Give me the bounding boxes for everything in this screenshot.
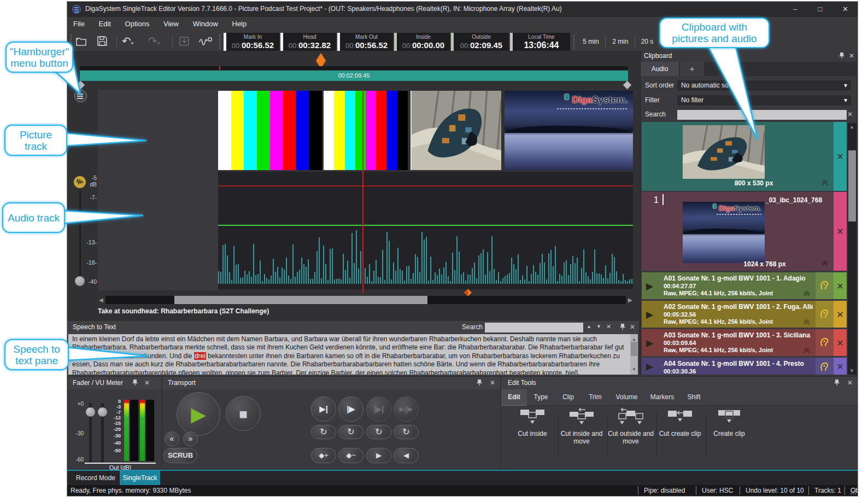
horizontal-scrollbar[interactable] [105,296,626,304]
tab-singletrack[interactable]: SingleTrack [120,471,160,485]
toolbar-drag-handle[interactable] [573,34,574,49]
collapse-item-icon[interactable] [803,319,811,325]
play-from-mark-button[interactable]: |▶ [338,396,363,422]
close-button[interactable]: ✕ [833,2,858,17]
play-item-button[interactable]: ▶ [642,329,660,356]
play-button[interactable]: ▶ [177,392,220,436]
menu-file[interactable]: File [67,17,91,31]
search-next-icon[interactable]: ▼ [596,324,601,329]
remove-item-button[interactable]: ✕ [834,226,847,237]
zoom-2min-button[interactable]: 2 min [607,34,634,49]
play-item-button[interactable]: ▶ [642,301,660,328]
scroll-left-arrow[interactable]: ◀ [99,297,103,303]
overview-range-bar[interactable]: 00:02:09.45 [80,71,628,81]
prelisten-button[interactable] [816,329,834,356]
skip-back-button[interactable]: « [165,431,179,446]
undo-button[interactable]: ↶▾ [122,34,138,49]
tab-markers[interactable]: Markers [644,389,680,405]
speech-search-input[interactable] [485,323,583,332]
timecode-head[interactable]: Head 00:00:32.82 [280,33,336,51]
horizontal-scrollbar-thumb[interactable] [174,296,427,304]
tab-type[interactable]: Type [527,389,555,405]
close-panel-icon[interactable]: ✕ [628,323,637,331]
play-item-button[interactable]: ▶ [642,272,660,299]
clipboard-item-audio[interactable]: ▶ A03 Sonate Nr. 1 g-moll BWV 1001 - 3. … [642,329,847,356]
import-to-clipboard-button[interactable] [178,34,194,49]
prelisten-button[interactable] [816,301,834,328]
collapse-item-icon[interactable] [821,260,829,266]
tab-edit[interactable]: Edit [501,389,527,406]
fader-knob-left[interactable] [86,407,95,417]
pin-icon[interactable] [837,52,846,61]
remove-item-button[interactable]: ✕ [834,310,847,320]
volume-envelope-line[interactable] [218,225,633,226]
play-around-mark-button[interactable]: ▶||▶ [394,396,419,422]
add-marker-button[interactable]: ◆+ [311,448,336,463]
play-item-button[interactable]: ▶ [642,358,660,375]
sort-order-dropdown[interactable]: No automatic sort▾ [677,80,851,91]
maximize-button[interactable]: □ [808,2,832,17]
tab-clip[interactable]: Clip [555,389,582,405]
timecode-outside[interactable]: Outside 00:02:09.45 [451,33,509,51]
minimize-button[interactable]: – [783,2,807,17]
timecode-local-time[interactable]: Local Time 13:06:44 [510,33,570,51]
redo-button[interactable]: ↷▾ [148,34,165,49]
play-to-mark-button[interactable]: ▶| [311,396,336,422]
edit-marker-diamond[interactable] [464,289,472,296]
close-panel-icon[interactable]: ✕ [846,379,854,387]
pin-icon[interactable] [832,379,841,388]
speech-text-area[interactable]: In einem kleinen Dorf da lebte einst ein… [68,334,638,375]
prelisten-button[interactable] [816,358,834,375]
play-over-mark-button[interactable]: |▶| [366,396,391,422]
collapse-item-icon[interactable] [803,290,811,297]
audio-settings-button[interactable] [198,34,215,49]
tool-cut-inside-and-move[interactable]: Cut inside and move [558,407,605,445]
tool-cut-inside[interactable]: Cut inside [509,407,556,437]
timecode-mark-in[interactable]: Mark In 00:00:56.52 [224,33,279,51]
tab-shift[interactable]: Shift [680,389,708,405]
picture-clip-colorbars-2[interactable] [324,91,408,170]
step-right-button[interactable]: ▶ [366,448,391,463]
filter-dropdown[interactable]: No filter▾ [677,95,851,106]
fader-knob-right[interactable] [98,407,107,417]
clipboard-scrollbar-thumb[interactable] [848,150,856,221]
loop-button[interactable]: ↻ [394,425,419,439]
clipboard-item-picture[interactable]: 800 x 530 px ✕ [642,122,847,191]
audio-waveform[interactable] [218,227,634,284]
remove-item-button[interactable]: ✕ [834,338,847,348]
prelisten-button[interactable] [816,272,834,299]
tool-cut-create-clip[interactable]: Cut create clip [656,407,703,437]
clipboard-item-audio[interactable]: ▶ A04 Sonate Nr. 1 g-moll BWV 1001 - 4. … [642,358,847,375]
stop-button[interactable]: ■ [226,396,261,431]
pin-icon[interactable] [131,379,139,388]
clipboard-item-picture[interactable]: 1 _03_ibc_1024_768 ▘DigaSystem. 1024 x 7… [642,192,847,271]
close-panel-icon[interactable]: ✕ [847,52,856,60]
clipboard-item-audio[interactable]: ▶ A01 Sonate Nr. 1 g-moll BWV 1001 - 1. … [642,272,847,299]
resize-grip[interactable] [850,488,857,495]
scroll-up-arrow[interactable]: ▲ [849,124,854,130]
tool-create-clip[interactable]: Create clip [706,407,753,437]
menu-edit[interactable]: Edit [93,17,117,31]
collapse-item-icon[interactable] [821,179,829,186]
clipboard-tab-audio[interactable]: Audio [641,62,679,76]
search-clear-icon[interactable]: ✕ [847,110,853,118]
pin-icon[interactable] [618,323,627,332]
tab-record-mode[interactable]: Record Mode [72,471,120,485]
collapse-item-icon[interactable] [803,347,811,354]
toolbar-drag-handle[interactable] [219,34,220,49]
remove-item-button[interactable]: ✕ [834,151,847,162]
tab-trim[interactable]: Trim [582,389,609,405]
speech-scrollbar[interactable]: ▲ ▼ [630,334,638,375]
search-clear-icon[interactable]: ✕ [606,323,611,330]
open-project-button[interactable] [75,34,91,49]
save-button[interactable] [96,34,112,49]
overview-minimap[interactable] [80,66,628,70]
loop-button[interactable]: ↻ [338,425,363,439]
menu-window[interactable]: Window [187,17,224,31]
scroll-down-arrow[interactable]: ▼ [632,365,636,373]
pin-icon[interactable] [475,379,484,388]
clipboard-scrollbar[interactable]: ▲ ▼ [848,123,857,375]
picture-clip-lizard[interactable] [410,91,501,170]
scroll-right-arrow[interactable]: ▶ [628,297,632,303]
zoom-5min-button[interactable]: 5 min [578,34,604,49]
